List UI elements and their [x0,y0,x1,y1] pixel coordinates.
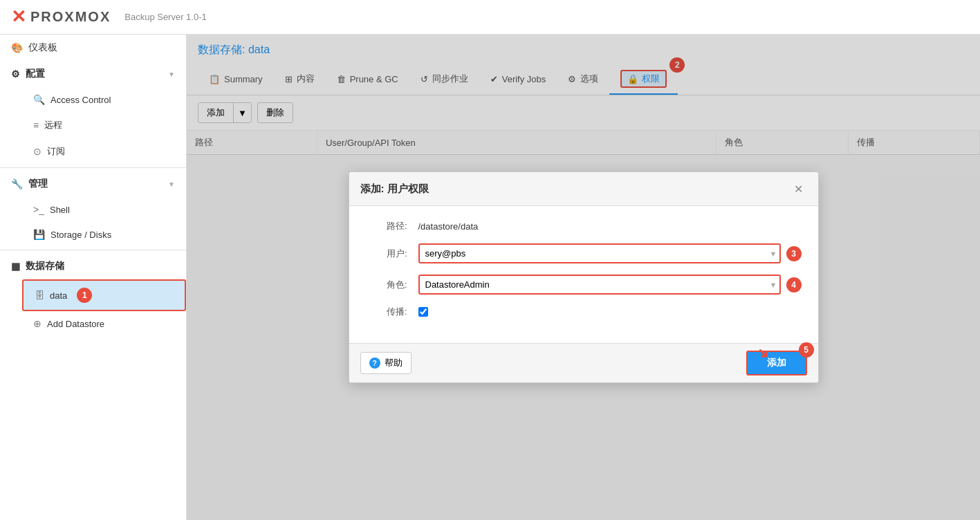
logo-text: PROXMOX [30,9,111,25]
form-row-path: 路径: /datastore/data [366,220,802,232]
propagate-label: 传播: [366,306,407,318]
remote-icon: ≡ [33,120,39,131]
main-layout: 🎨 仪表板 ⚙ 配置 ▼ 🔍 Access Control ≡ 远程 ⊙ 订阅 [0,35,980,520]
manage-icon: 🔧 [11,178,23,189]
add-datastore-icon: ⊕ [33,318,41,329]
sidebar-storage-label: Storage / Disks [50,230,111,240]
sidebar-item-add-datastore[interactable]: ⊕ Add Datastore [22,311,186,336]
sidebar-item-remote[interactable]: ≡ 远程 [22,112,186,138]
sidebar-manage-sub: >_ Shell 💾 Storage / Disks [0,197,186,247]
path-label: 路径: [366,220,407,232]
form-row-user: 用户: 3 ▼ [366,243,802,263]
form-row-propagate: 传播: [366,306,802,318]
sidebar-item-storage-disks[interactable]: 💾 Storage / Disks [22,222,186,247]
sidebar-section-datastore[interactable]: ▦ 数据存储 [0,253,186,279]
step5-badge: 5 [799,342,814,358]
sidebar-item-shell[interactable]: >_ Shell [22,197,186,222]
sidebar-access-control-label: Access Control [50,95,111,105]
add-confirm-wrapper: 5 ➜ 添加 [746,351,807,375]
path-value: /datastore/data [418,221,479,232]
sidebar-item-subscription[interactable]: ⊙ 订阅 [22,138,186,165]
sidebar-manage-label: 管理 [28,178,48,190]
sidebar-item-data[interactable]: 🗄 data 1 [22,279,186,311]
form-row-role: 角色: 4 ▼ [366,275,802,295]
step1-badge: 1 [77,288,92,303]
dialog-body: 路径: /datastore/data 用户: 3 ▼ [349,206,818,343]
subscription-icon: ⊙ [33,146,41,157]
sidebar-item-access-control[interactable]: 🔍 Access Control [22,87,186,112]
access-control-icon: 🔍 [33,94,45,105]
sidebar-add-datastore-label: Add Datastore [47,319,104,329]
user-input[interactable] [418,243,781,263]
help-button[interactable]: ? 帮助 [360,352,412,374]
propagate-checkbox-wrapper [418,307,428,317]
sidebar-config-label: 配置 [26,68,45,80]
sidebar-shell-label: Shell [50,205,70,215]
user-label: 用户: [366,248,407,260]
dialog-footer: ? 帮助 5 ➜ 添加 [349,343,818,382]
step3-badge: 3 [786,246,802,261]
sidebar-section-manage[interactable]: 🔧 管理 ▼ [0,171,186,197]
dialog-backdrop: 添加: 用户权限 ✕ 路径: /datastore/data 用户: [187,35,980,520]
dialog-title: 添加: 用户权限 [360,183,429,196]
sidebar-divider1 [0,167,186,168]
user-select-wrapper: 3 ▼ [418,243,802,263]
sidebar-subscription-label: 订阅 [47,145,65,158]
sidebar-remote-label: 远程 [44,119,62,131]
shell-icon: >_ [33,204,44,215]
sidebar: 🎨 仪表板 ⚙ 配置 ▼ 🔍 Access Control ≡ 远程 ⊙ 订阅 [0,35,187,520]
sidebar-config-sub: 🔍 Access Control ≡ 远程 ⊙ 订阅 [0,87,186,165]
storage-icon: 💾 [33,229,45,240]
sidebar-datastore-label: 数据存储 [26,260,64,272]
sidebar-item-dashboard[interactable]: 🎨 仪表板 [0,35,186,61]
sidebar-item-dashboard-label: 仪表板 [28,41,57,54]
app-header: ✕ PROXMOX Backup Server 1.0-1 [0,0,980,35]
config-icon: ⚙ [11,68,20,80]
role-label: 角色: [366,279,407,291]
sidebar-divider2 [0,250,186,250]
propagate-checkbox[interactable] [418,307,428,317]
sidebar-section-config[interactable]: ⚙ 配置 ▼ [0,61,186,87]
logo: ✕ PROXMOX [11,6,111,28]
config-arrow-icon: ▼ [168,71,175,78]
step4-badge: 4 [786,277,802,292]
role-input[interactable] [418,275,781,295]
add-permission-dialog: 添加: 用户权限 ✕ 路径: /datastore/data 用户: [349,171,819,383]
sidebar-data-label: data [50,290,67,301]
app-name: Backup Server 1.0-1 [124,12,207,22]
help-icon: ? [369,358,380,369]
help-label: 帮助 [385,357,403,369]
manage-arrow-icon: ▼ [168,180,175,188]
dashboard-icon: 🎨 [11,42,23,53]
sidebar-datastore-sub: 🗄 data 1 ⊕ Add Datastore [0,279,186,336]
main-content: 数据存储: data 📋 Summary ⊞ 内容 🗑 Prune & GC [187,35,980,520]
dialog-close-button[interactable]: ✕ [791,180,807,197]
dialog-header: 添加: 用户权限 ✕ [349,172,818,206]
role-select-wrapper: 4 ▼ [418,275,802,295]
logo-x-icon: ✕ [11,6,26,28]
datastore-section-icon: ▦ [11,261,20,272]
data-store-icon: 🗄 [35,290,44,301]
